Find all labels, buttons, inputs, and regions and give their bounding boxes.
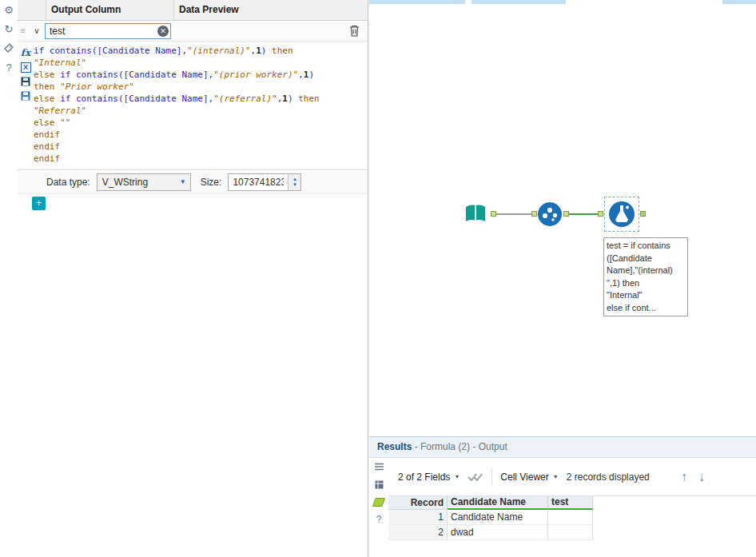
column-header[interactable]: Candidate Name: [448, 496, 548, 510]
workflow-canvas[interactable]: test = if contains([CandidateName],"(int…: [369, 0, 756, 436]
toolbar-separator: [491, 468, 492, 486]
fields-dropdown[interactable]: 2 of 2 Fields ▼: [398, 471, 460, 483]
add-expression-button[interactable]: +: [32, 197, 46, 210]
cell-viewer-dropdown[interactable]: Cell Viewer ▼: [500, 471, 558, 483]
size-input[interactable]: [229, 174, 288, 190]
results-body: 2 of 2 Fields ▼ Cell Viewer ▼ 2 records …: [388, 458, 756, 557]
formula-line: else if contains([Candidate Name],"(prio…: [34, 69, 364, 81]
formula-line: "Internal": [34, 57, 364, 69]
size-label: Size:: [201, 177, 222, 188]
input-anchor[interactable]: [598, 211, 603, 217]
gear-icon[interactable]: ⚙: [0, 0, 18, 19]
variables-icon[interactable]: X: [18, 60, 33, 74]
list-view-icon[interactable]: [369, 458, 388, 475]
formula-line: "Referral": [34, 105, 364, 117]
records-displayed-label: 2 records displayed: [567, 471, 650, 483]
chevron-down-icon: ▼: [553, 474, 559, 479]
table-row[interactable]: 2dwad: [388, 525, 756, 540]
app-left-toolbar: ⚙ ↻ ?: [0, 0, 18, 557]
alteryx-designer-window: ⚙ ↻ ? Output Column Data Preview ≡ ∨ ✕: [0, 0, 756, 557]
config-grid-header: Output Column Data Preview: [18, 0, 368, 21]
help-icon[interactable]: ?: [0, 58, 18, 77]
chevron-down-icon: ▼: [454, 474, 460, 479]
row-handle-icon[interactable]: ≡: [18, 26, 29, 35]
data-type-select[interactable]: V_WString ▼: [97, 173, 191, 191]
formula-line: endif: [34, 141, 364, 153]
clear-field-icon[interactable]: ✕: [157, 26, 169, 37]
table-cell[interactable]: Candidate Name: [448, 510, 548, 525]
workflow-tab[interactable]: [722, 0, 756, 4]
table-cell[interactable]: 2: [388, 525, 448, 540]
data-type-row: Data type: V_WString ▼ Size: ▲ ▼: [18, 170, 368, 194]
data-type-label: Data type:: [46, 177, 90, 188]
save-expression-icon[interactable]: [18, 89, 33, 103]
table-cell[interactable]: dwad: [448, 525, 548, 540]
data-type-value: V_WString: [102, 177, 148, 188]
stepper-up-icon[interactable]: ▲: [292, 177, 297, 182]
cell-viewer-label: Cell Viewer: [500, 471, 548, 483]
formula-line: else if contains([Candidate Name],"(refe…: [34, 93, 364, 105]
delete-expression-icon[interactable]: [349, 25, 360, 37]
table-view-icon[interactable]: [369, 475, 388, 493]
column-header[interactable]: Record: [388, 496, 448, 510]
scroll-up-icon[interactable]: ↑: [681, 470, 687, 484]
editor-gutter: fx X: [18, 46, 33, 103]
chevron-down-icon: ▼: [180, 178, 186, 185]
column-header[interactable]: test: [548, 496, 593, 510]
results-subtitle: - Formula (2) - Output: [412, 441, 507, 452]
results-title: Results: [377, 441, 412, 452]
table-cell[interactable]: [548, 510, 593, 525]
workflow-tab[interactable]: [472, 0, 566, 4]
connector[interactable]: [496, 213, 531, 215]
output-anchor-icon[interactable]: [369, 493, 388, 511]
results-rows: 1Candidate Name2dwad: [388, 510, 756, 540]
saved-expressions-icon[interactable]: [18, 74, 33, 89]
sync-icon[interactable]: ↻: [0, 19, 18, 38]
row-number-column-header: [18, 0, 46, 20]
help-icon[interactable]: ?: [369, 511, 388, 528]
output-field-row: ≡ ∨ ✕: [18, 21, 368, 42]
input-anchor[interactable]: [531, 211, 537, 217]
input-data-tool[interactable]: [462, 201, 489, 230]
connector[interactable]: [569, 213, 598, 215]
scroll-down-icon[interactable]: ↓: [698, 470, 705, 484]
workflow-tab[interactable]: [369, 0, 465, 4]
functions-icon[interactable]: fx: [18, 46, 33, 60]
table-row[interactable]: 1Candidate Name: [388, 510, 756, 525]
results-panel: Results - Formula (2) - Output ? 2 of 2 …: [369, 436, 756, 557]
tag-icon[interactable]: [0, 38, 18, 58]
data-preview-header: Data Preview: [174, 0, 368, 20]
table-cell[interactable]: [548, 525, 593, 540]
results-toolbar: 2 of 2 Fields ▼ Cell Viewer ▼ 2 records …: [388, 458, 756, 496]
output-column-input[interactable]: [45, 23, 171, 39]
output-anchor[interactable]: [563, 211, 569, 217]
fields-dropdown-label: 2 of 2 Fields: [398, 471, 450, 483]
table-cell[interactable]: 1: [388, 510, 448, 525]
formula-line: endif: [34, 153, 364, 165]
stepper-down-icon[interactable]: ▼: [292, 182, 297, 188]
output-column-header: Output Column: [46, 0, 174, 20]
formula-line: endif: [34, 129, 364, 141]
results-header-row: RecordCandidate Nametest: [388, 496, 756, 510]
formula-tool[interactable]: [608, 201, 635, 230]
formula-line: else "": [34, 117, 364, 129]
apply-checks-icon[interactable]: [468, 472, 483, 482]
formula-line: then "Prior worker": [34, 81, 364, 93]
tool-tooltip: test = if contains([CandidateName],"(int…: [603, 237, 688, 316]
results-left-strip: ?: [369, 458, 388, 557]
formula-editor[interactable]: fx X if contains([Candidate Name],"(inte…: [18, 42, 368, 170]
formula-lines[interactable]: if contains([Candidate Name],"(internal)…: [34, 45, 364, 165]
chevron-down-icon[interactable]: ∨: [29, 26, 45, 35]
size-stepper[interactable]: ▲ ▼: [288, 174, 300, 190]
formula-config-panel: Output Column Data Preview ≡ ∨ ✕ fx X: [18, 0, 368, 557]
output-anchor[interactable]: [640, 211, 646, 217]
results-table: RecordCandidate Nametest 1Candidate Name…: [388, 496, 756, 540]
formula-line: if contains([Candidate Name],"(internal)…: [34, 45, 364, 57]
results-title-bar: Results - Formula (2) - Output: [369, 437, 756, 458]
output-anchor[interactable]: [491, 211, 496, 217]
select-tool[interactable]: [537, 201, 563, 229]
